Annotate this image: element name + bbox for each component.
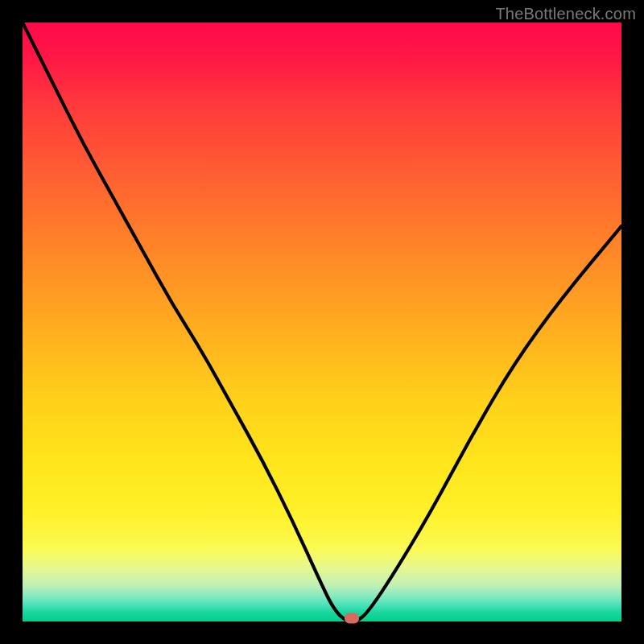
curve-path [23, 23, 621, 621]
frame: TheBottleneck.com [0, 0, 644, 644]
bottleneck-curve [23, 23, 621, 621]
plot-area [23, 23, 621, 621]
minimum-marker [345, 613, 359, 624]
watermark-text: TheBottleneck.com [495, 5, 636, 23]
